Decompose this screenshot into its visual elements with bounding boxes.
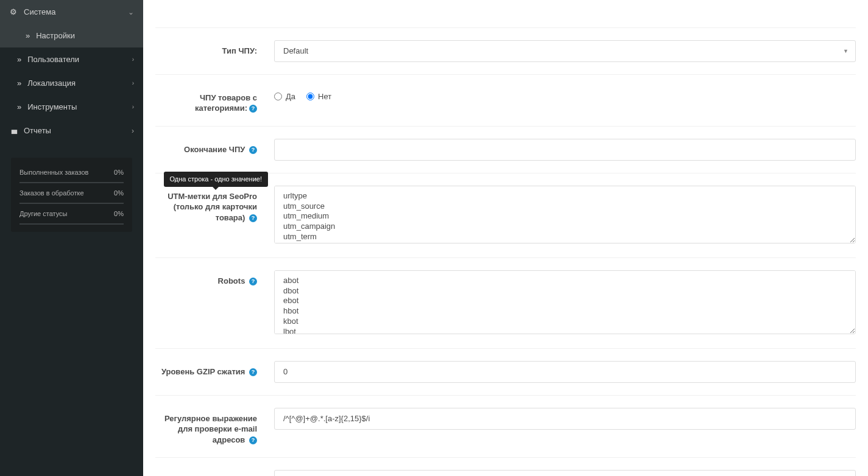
gzip-input[interactable] bbox=[274, 361, 856, 383]
chevron-right-icon: › bbox=[132, 103, 134, 110]
help-icon[interactable]: ? bbox=[249, 278, 257, 285]
stat-label: Другие статусы bbox=[19, 210, 68, 217]
help-icon[interactable]: ? bbox=[249, 436, 257, 444]
label-gzip: Уровень GZIP сжатия ? bbox=[155, 361, 274, 383]
radio-yes[interactable]: Да bbox=[274, 92, 295, 101]
label-editor: Визуальный редактор по умолчанию ? bbox=[155, 470, 274, 476]
double-chevron-icon bbox=[17, 55, 21, 64]
sidebar-label-users: Пользователи bbox=[27, 55, 79, 64]
stat-row-processing: Заказов в обработке 0% bbox=[19, 186, 124, 204]
radio-no[interactable]: Нет bbox=[306, 92, 331, 101]
sidebar-item-localization[interactable]: Локализация › bbox=[0, 71, 143, 95]
label-seo-suffix: Окончание ЧПУ ? bbox=[155, 139, 274, 161]
label-robots: Robots ? bbox=[155, 270, 274, 336]
double-chevron-icon bbox=[26, 31, 30, 40]
chevron-right-icon: › bbox=[132, 56, 134, 63]
sidebar-label-settings: Настройки bbox=[36, 31, 75, 40]
email-regex-input[interactable] bbox=[274, 408, 856, 430]
help-icon[interactable]: ? bbox=[249, 146, 257, 154]
label-seo-with-categories: ЧПУ товаров с категориями:? bbox=[155, 87, 274, 114]
utm-textarea[interactable] bbox=[274, 186, 856, 243]
stat-value: 0% bbox=[114, 210, 124, 217]
gear-icon bbox=[9, 7, 18, 16]
sidebar-item-system[interactable]: Система ⌄ bbox=[0, 0, 143, 24]
label-utm: Одна строка - одно значение! UTM-метки д… bbox=[155, 186, 274, 245]
chevron-down-icon: ⌄ bbox=[128, 8, 134, 16]
stat-label: Заказов в обработке bbox=[19, 189, 84, 197]
sidebar-item-settings[interactable]: Настройки bbox=[0, 24, 143, 47]
label-email-regex: Регулярное выражение для проверки e-mail… bbox=[155, 408, 274, 446]
bar-chart-icon bbox=[9, 126, 18, 135]
sidebar-item-reports[interactable]: Отчеты › bbox=[0, 119, 143, 142]
sidebar-label-tools: Инструменты bbox=[27, 102, 77, 111]
editor-select[interactable]: Summer Note bbox=[274, 470, 856, 476]
sidebar-item-tools[interactable]: Инструменты › bbox=[0, 95, 143, 119]
double-chevron-icon bbox=[17, 102, 21, 111]
sidebar: Система ⌄ Настройки Пользователи › Локал… bbox=[0, 0, 143, 476]
tooltip-utm: Одна строка - одно значение! bbox=[164, 172, 268, 187]
double-chevron-icon bbox=[17, 79, 21, 88]
sidebar-item-users[interactable]: Пользователи › bbox=[0, 47, 143, 71]
stat-row-other: Другие статусы 0% bbox=[19, 206, 124, 225]
stat-value: 0% bbox=[114, 169, 124, 176]
sidebar-label-localization: Локализация bbox=[27, 79, 76, 88]
sidebar-label-reports: Отчеты bbox=[24, 126, 51, 135]
chevron-right-icon: › bbox=[132, 80, 134, 86]
help-icon[interactable]: ? bbox=[249, 368, 257, 376]
label-seo-type: Тип ЧПУ: bbox=[155, 40, 274, 62]
sidebar-label-system: Система bbox=[24, 7, 55, 16]
stat-row-completed: Выполненных заказов 0% bbox=[19, 165, 124, 183]
seo-suffix-input[interactable] bbox=[274, 139, 856, 161]
robots-textarea[interactable] bbox=[274, 270, 856, 334]
stat-label: Выполненных заказов bbox=[19, 169, 88, 176]
seo-type-select[interactable]: Default bbox=[274, 40, 856, 62]
help-icon[interactable]: ? bbox=[249, 214, 257, 222]
help-icon[interactable]: ? bbox=[249, 105, 257, 113]
sidebar-stats: Выполненных заказов 0% Заказов в обработ… bbox=[11, 158, 132, 232]
main-content: Да Нет Тип ЧПУ: Default bbox=[143, 0, 868, 476]
stat-value: 0% bbox=[114, 189, 124, 197]
chevron-right-icon: › bbox=[132, 127, 134, 135]
